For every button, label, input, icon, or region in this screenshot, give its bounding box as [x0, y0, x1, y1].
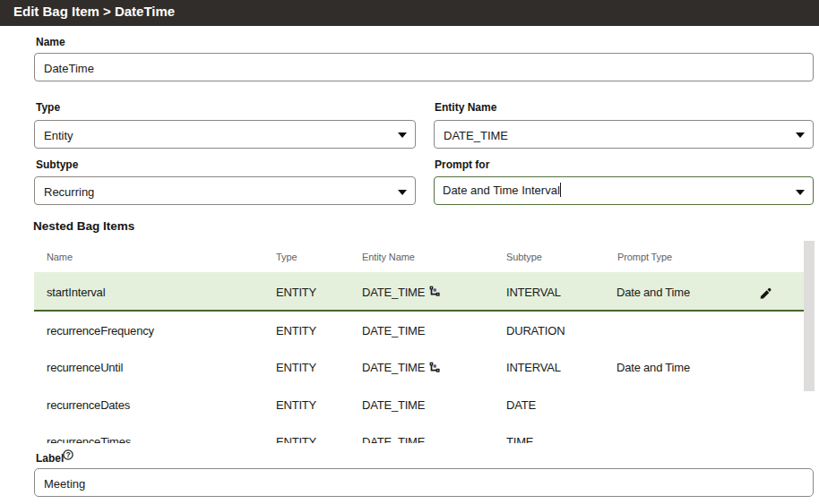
svg-text:?: ?: [65, 450, 70, 459]
